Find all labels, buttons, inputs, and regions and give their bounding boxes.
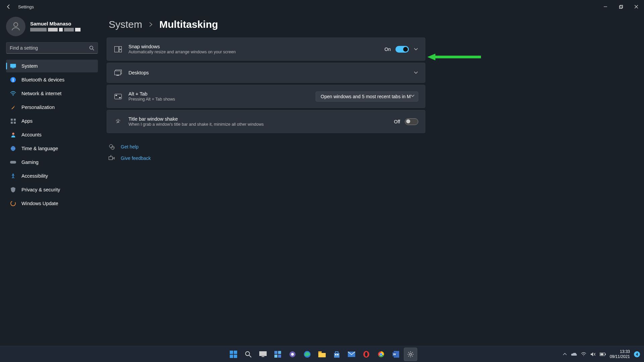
sidebar: Samuel Mbanaso System Bluetooth & device… — [0, 13, 104, 349]
taskbar-opera[interactable] — [360, 348, 373, 361]
notification-badge[interactable]: 4 — [634, 351, 640, 357]
sidebar-item-label: Windows Update — [21, 201, 58, 206]
svg-rect-1 — [619, 6, 622, 8]
start-button[interactable] — [227, 348, 240, 361]
svg-point-14 — [12, 133, 14, 135]
snap-toggle[interactable] — [395, 46, 409, 53]
search-input[interactable] — [10, 45, 89, 51]
setting-title: Title bar window shake — [128, 116, 394, 122]
breadcrumb-current: Multitasking — [159, 19, 218, 30]
taskbar-edge[interactable] — [301, 348, 314, 361]
taskbar-mail[interactable] — [345, 348, 358, 361]
setting-title: Snap windows — [128, 44, 384, 49]
give-feedback-link[interactable]: Give feedback — [107, 153, 629, 164]
toggle-state-label: Off — [394, 119, 400, 124]
setting-title-bar-shake[interactable]: Title bar window shake When I grab a win… — [107, 110, 425, 133]
grid-icon — [10, 118, 16, 124]
content-area: System Multitasking Snap windows Automat… — [104, 13, 644, 349]
sidebar-item-accessibility[interactable]: Accessibility — [6, 170, 98, 182]
svg-rect-38 — [230, 355, 233, 358]
taskbar-widgets[interactable] — [271, 348, 284, 361]
setting-desktops[interactable]: Desktops — [107, 63, 425, 83]
taskbar-clock[interactable]: 13:33 09/11/2021 — [610, 349, 630, 359]
sidebar-item-gaming[interactable]: Gaming — [6, 156, 98, 169]
sidebar-item-label: Bluetooth & devices — [21, 77, 64, 82]
svg-rect-33 — [109, 157, 113, 160]
taskbar-search[interactable] — [241, 348, 255, 361]
get-help-link[interactable]: ? Get help — [107, 141, 629, 153]
svg-rect-25 — [115, 71, 121, 75]
svg-rect-51 — [318, 351, 322, 353]
svg-rect-6 — [10, 64, 16, 68]
alt-tab-dropdown[interactable]: Open windows and 5 most recent tabs in M — [316, 92, 418, 102]
svg-rect-54 — [337, 354, 338, 355]
taskbar-chrome[interactable] — [374, 348, 388, 361]
sidebar-item-privacy[interactable]: Privacy & security — [6, 183, 98, 196]
maximize-button[interactable] — [613, 0, 629, 13]
date-text: 09/11/2021 — [610, 354, 630, 359]
svg-rect-7 — [12, 68, 14, 68]
svg-point-40 — [246, 352, 250, 356]
window-controls — [598, 0, 644, 13]
svg-rect-70 — [600, 353, 603, 355]
update-icon — [10, 200, 16, 206]
svg-rect-37 — [234, 351, 237, 354]
svg-rect-43 — [262, 356, 264, 357]
svg-rect-23 — [119, 50, 122, 52]
svg-rect-42 — [259, 351, 267, 356]
tray-volume-icon[interactable] — [590, 352, 596, 357]
breadcrumb-parent[interactable]: System — [109, 19, 142, 30]
tray-overflow-icon[interactable] — [563, 353, 567, 356]
svg-rect-69 — [605, 354, 606, 355]
svg-rect-12 — [11, 122, 13, 124]
svg-line-5 — [93, 49, 94, 50]
app-title: Settings — [18, 4, 34, 9]
chevron-right-icon — [149, 22, 153, 27]
sidebar-item-bluetooth[interactable]: Bluetooth & devices — [6, 73, 98, 86]
gamepad-icon — [10, 159, 16, 165]
svg-point-64 — [410, 353, 412, 355]
shield-icon — [10, 187, 16, 193]
taskbar-settings[interactable] — [404, 348, 417, 361]
setting-subtitle: Automatically resize and arrange windows… — [128, 50, 384, 54]
sidebar-item-system[interactable]: System — [6, 60, 98, 72]
setting-alt-tab[interactable]: Alt + Tab Pressing Alt + Tab shows Open … — [107, 85, 425, 108]
sidebar-item-apps[interactable]: Apps — [6, 115, 98, 127]
taskbar-system-tray: 13:33 09/11/2021 4 — [563, 349, 640, 359]
sidebar-item-network[interactable]: Network & internet — [6, 87, 98, 100]
taskbar-chat[interactable] — [286, 348, 299, 361]
svg-rect-44 — [274, 351, 277, 354]
back-button[interactable] — [5, 3, 13, 11]
shake-toggle[interactable] — [405, 118, 418, 125]
chevron-down-icon[interactable] — [414, 70, 418, 75]
svg-line-41 — [249, 355, 251, 357]
svg-text:?: ? — [112, 146, 114, 149]
minimize-button[interactable] — [598, 0, 613, 13]
taskbar-word[interactable]: W — [389, 348, 402, 361]
chevron-down-icon[interactable] — [414, 47, 418, 52]
setting-snap-windows[interactable]: Snap windows Automatically resize and ar… — [107, 38, 425, 61]
svg-rect-39 — [234, 355, 237, 358]
brush-icon — [10, 104, 16, 110]
toggle-state-label: On — [384, 47, 391, 52]
search-box[interactable] — [6, 42, 98, 54]
tray-wifi-icon[interactable] — [581, 352, 586, 356]
svg-rect-13 — [14, 122, 16, 124]
sidebar-item-time-language[interactable]: Time & language — [6, 142, 98, 155]
close-button[interactable] — [629, 0, 644, 13]
taskbar-task-view[interactable] — [256, 348, 270, 361]
setting-subtitle: When I grab a window's title bar and sha… — [128, 122, 394, 127]
tray-battery-icon[interactable] — [600, 353, 606, 356]
taskbar-store[interactable] — [330, 348, 343, 361]
snap-icon — [114, 46, 122, 53]
link-label: Give feedback — [121, 156, 151, 161]
sidebar-item-windows-update[interactable]: Windows Update — [6, 197, 98, 210]
sidebar-item-label: Time & language — [21, 146, 58, 151]
sidebar-item-accounts[interactable]: Accounts — [6, 128, 98, 141]
sidebar-item-personalization[interactable]: Personalization — [6, 101, 98, 114]
profile-block[interactable]: Samuel Mbanaso — [6, 17, 98, 36]
tray-onedrive-icon[interactable] — [571, 352, 577, 356]
taskbar-explorer[interactable] — [315, 348, 329, 361]
taskbar-apps: W — [227, 348, 417, 361]
svg-rect-53 — [335, 354, 336, 355]
